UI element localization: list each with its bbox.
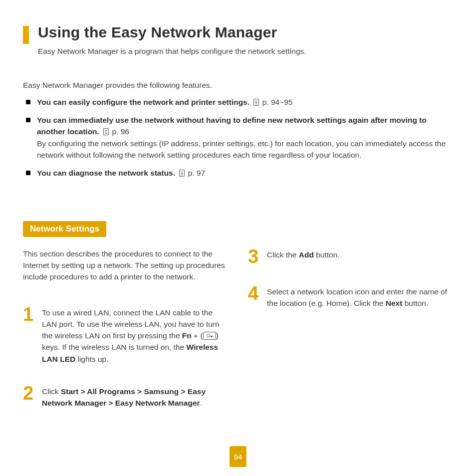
- features-list: You can easily configure the network and…: [23, 97, 453, 179]
- wireless-key-icon: [203, 332, 216, 340]
- step-3: 3 Click the Add button.: [248, 248, 453, 265]
- step-1: 1 To use a wired LAN, connect the LAN ca…: [23, 306, 228, 365]
- feature-ref: p. 96: [110, 127, 129, 136]
- header-accent-bar: [23, 26, 29, 44]
- left-column: This section describes the procedures to…: [23, 248, 228, 429]
- right-column: 3 Click the Add button. 4 Select a netwo…: [248, 248, 453, 429]
- two-column-layout: This section describes the procedures to…: [23, 248, 453, 429]
- page-ref-icon: [253, 99, 259, 106]
- features-intro: Easy Network Manager provides the follow…: [23, 81, 453, 90]
- step-body: Select a network location icon and enter…: [267, 285, 453, 309]
- step-number: 3: [248, 248, 262, 265]
- step-text: + (: [192, 331, 203, 340]
- step-text: button.: [314, 250, 340, 259]
- feature-bold: You can immediately use the network with…: [37, 116, 427, 135]
- menu-path: Start > All Programs > Samsung > Easy Ne…: [42, 387, 206, 407]
- feature-ref: p. 97: [186, 169, 205, 177]
- page-number-badge: 94: [230, 446, 246, 467]
- next-button-label: Next: [386, 299, 403, 307]
- feature-item: You can immediately use the network with…: [23, 115, 453, 161]
- page-header: Using the Easy Network Manager: [23, 24, 453, 44]
- step-text: button.: [402, 299, 428, 307]
- page-ref-icon: [103, 128, 109, 135]
- feature-item: You can easily configure the network and…: [23, 97, 453, 108]
- page-title: Using the Easy Network Manager: [38, 24, 277, 41]
- step-number: 1: [23, 306, 37, 323]
- key-fn: Fn: [182, 331, 192, 340]
- feature-ref: p. 94~95: [260, 98, 292, 106]
- add-button-label: Add: [299, 250, 314, 259]
- step-number: 2: [23, 385, 37, 402]
- feature-bold: You can easily configure the network and…: [37, 98, 249, 106]
- step-2: 2 Click Start > All Programs > Samsung >…: [23, 385, 228, 409]
- feature-item: You can diagnose the network status. p. …: [23, 168, 453, 179]
- step-text: Click the: [267, 250, 299, 259]
- section-heading-network-settings: Network Settings: [23, 221, 106, 237]
- step-body: Click Start > All Programs > Samsung > E…: [42, 385, 228, 409]
- section-intro-text: This section describes the procedures to…: [23, 248, 228, 283]
- step-text: lights up.: [75, 355, 108, 363]
- step-number: 4: [248, 285, 262, 302]
- step-text: .: [200, 399, 202, 407]
- page-ref-icon: [179, 170, 185, 177]
- step-4: 4 Select a network location icon and ent…: [248, 285, 453, 309]
- step-body: To use a wired LAN, connect the LAN cabl…: [42, 306, 228, 365]
- feature-bold: You can diagnose the network status.: [37, 169, 175, 177]
- step-text: Click: [42, 387, 61, 396]
- page-subtitle: Easy Network Manager is a program that h…: [38, 47, 453, 56]
- step-body: Click the Add button.: [267, 248, 453, 260]
- feature-description: By configuring the network settings (IP …: [37, 138, 453, 161]
